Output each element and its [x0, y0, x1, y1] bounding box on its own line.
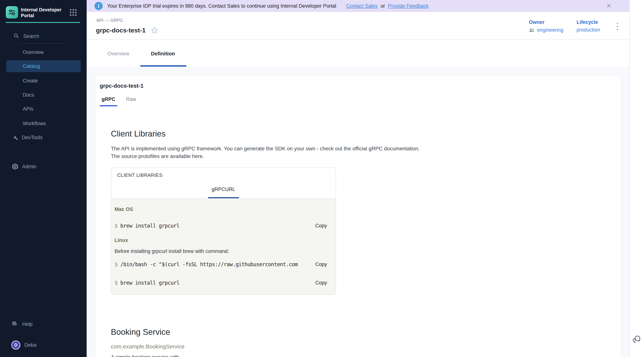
format-tabbar: gRPC Raw [100, 96, 621, 106]
sidebar-item-create[interactable]: Create [6, 75, 81, 87]
command-row: $ /bin/bash -c "$(curl -fsSL https://raw… [114, 261, 336, 267]
definition-card: grpc-docs-test-1 gRPC Raw Client Librari… [95, 75, 621, 357]
linux-note: Before installing grpcurl install brew w… [114, 248, 336, 254]
page-header: API — GRPC grpc-docs-test-1 Owner engine… [87, 12, 629, 40]
sidebar-item-label: DevTools [22, 135, 42, 140]
tab-overview[interactable]: Overview [108, 51, 129, 57]
copy-button[interactable]: Copy [315, 261, 336, 267]
sidebar-item-label: Overview [23, 50, 44, 55]
command-text: brew install grpcurl [120, 280, 310, 286]
trial-banner: i Your Enterprise IDP trial expires in 8… [87, 0, 629, 12]
tab-grpc[interactable]: gRPC [100, 96, 117, 106]
sidebar-search[interactable]: Search [6, 31, 81, 41]
os-heading-macos: Mac OS [114, 206, 336, 212]
brand-title: Internal Developer Portal [21, 7, 66, 19]
help-chat-icon: ? [11, 321, 18, 328]
sidebar-item-label: Workflows [23, 121, 46, 126]
sidebar-item-admin[interactable]: Admin [6, 161, 81, 173]
sidebar-item-label: Admin [22, 164, 36, 170]
definition-card-title: grpc-docs-test-1 [100, 83, 621, 89]
sidebar-search-divider [18, 43, 66, 44]
search-icon [13, 33, 19, 40]
search-label: Search [23, 33, 39, 39]
owner-label: Owner [529, 20, 563, 25]
shell-prompt: $ [114, 261, 118, 267]
sidebar-item-overview[interactable]: Overview [6, 46, 81, 58]
owner-value-link[interactable]: engineering [537, 27, 563, 33]
sidebar-item-docs[interactable]: Docs [6, 89, 81, 101]
shell-prompt: $ [114, 280, 118, 286]
client-libraries-panel-label: CLIENT LIBRARIES [117, 172, 162, 178]
star-favorite-icon[interactable] [151, 27, 158, 34]
sidebar-item-label: APIs [23, 106, 33, 112]
contact-sales-link[interactable]: Contact Sales [346, 3, 378, 9]
sidebar-item-label: Docs [23, 92, 34, 98]
shell-prompt: $ [114, 223, 118, 229]
sidebar-item-label: Help [22, 321, 32, 327]
gear-icon [12, 163, 18, 170]
sidebar-brand-divider [6, 22, 80, 23]
sidebar-user[interactable]: D Deba [6, 340, 81, 350]
sidebar: Internal Developer Portal Search Overvie… [0, 0, 87, 357]
banner-message: Your Enterprise IDP trial expires in 880… [107, 3, 336, 9]
sidebar-item-label: Catalog [23, 63, 40, 69]
svg-text:?: ? [14, 322, 15, 324]
users-icon [529, 27, 535, 33]
avatar: D [11, 340, 20, 349]
sidebar-item-help[interactable]: ? Help [6, 319, 81, 329]
client-libraries-panel: CLIENT LIBRARIES gRPCURL Mac OS $ brew i… [111, 168, 336, 295]
client-libraries-description-line1: The API is implemented using gRPC framew… [111, 145, 605, 152]
apps-grid-icon[interactable] [69, 9, 77, 17]
page-tabbar: Overview Definition [87, 40, 629, 67]
tab-raw[interactable]: Raw [124, 96, 138, 106]
active-tab-underline [140, 65, 186, 67]
os-heading-linux: Linux [114, 237, 336, 243]
sidebar-item-catalog[interactable]: Catalog [6, 60, 81, 72]
copy-button[interactable]: Copy [315, 280, 336, 286]
copy-button[interactable]: Copy [315, 223, 336, 229]
close-icon[interactable]: × [606, 2, 611, 10]
tab-grpcurl[interactable]: gRPCURL [208, 187, 239, 198]
banner-conjunction: or [380, 3, 385, 9]
app-logo-icon[interactable] [6, 6, 18, 19]
sidebar-item-label: Create [23, 78, 38, 84]
user-name: Deba [24, 342, 36, 348]
command-row: $ brew install grpcurl Copy [114, 223, 336, 229]
client-libraries-heading: Client Libraries [111, 129, 605, 138]
lifecycle-label: Lifecycle [576, 20, 600, 25]
command-row: $ brew install grpcurl Copy [114, 280, 336, 286]
booking-service-heading: Booking Service [111, 327, 605, 337]
booking-service-fullname: com.example.BookingService [111, 343, 605, 350]
sidebar-item-apis[interactable]: APIs [6, 103, 81, 115]
kebab-menu-icon[interactable] [614, 21, 621, 32]
info-icon: i [94, 2, 103, 10]
client-libraries-description-line2: The source protofiles are available here… [111, 152, 605, 160]
page-title: grpc-docs-test-1 [96, 27, 146, 34]
content-area: grpc-docs-test-1 gRPC Raw Client Librari… [87, 67, 629, 357]
sidebar-item-devtools[interactable]: DevTools [6, 132, 81, 143]
wrench-icon [12, 134, 18, 141]
command-text: /bin/bash -c "$(curl -fsSL https://raw.g… [120, 261, 310, 267]
tab-definition[interactable]: Definition [151, 51, 175, 57]
sidebar-item-workflows[interactable]: Workflows [6, 118, 81, 129]
client-libraries-section: Client Libraries The API is implemented … [111, 129, 605, 357]
chat-bubbles-icon[interactable] [632, 334, 642, 345]
owner-meta: Owner engineering [529, 20, 563, 33]
booking-service-description-clipped: A simple booking service with ... [111, 354, 605, 357]
right-gutter [629, 0, 644, 357]
provide-feedback-link[interactable]: Provide Feedback [388, 3, 428, 9]
command-text: brew install grpcurl [120, 223, 310, 229]
breadcrumb: API — GRPC [96, 18, 123, 23]
lifecycle-meta: Lifecycle production [576, 20, 600, 33]
lifecycle-value: production [576, 27, 600, 33]
